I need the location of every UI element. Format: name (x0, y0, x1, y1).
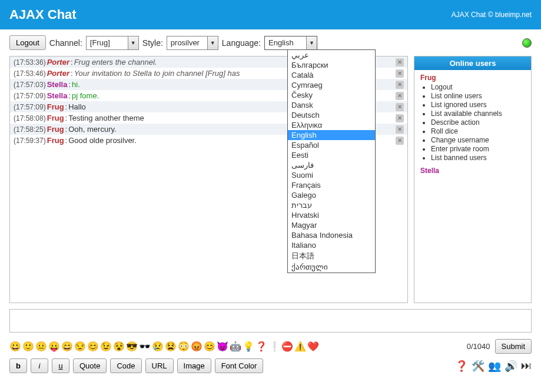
emoji-icon[interactable]: 😫 (165, 341, 177, 352)
language-option[interactable]: Suomi (288, 170, 375, 180)
language-option[interactable]: Hrvatski (288, 210, 375, 220)
delete-icon[interactable]: ✕ (396, 92, 404, 100)
logout-button[interactable]: Logout (9, 35, 46, 50)
language-option[interactable]: 日本語 (288, 250, 375, 262)
user-menu-item[interactable]: Logout (431, 83, 525, 91)
image-button[interactable]: Image (177, 358, 211, 373)
language-option[interactable]: Ελληνικα (288, 120, 375, 130)
fontcolor-button[interactable]: Font Color (215, 358, 264, 373)
language-option[interactable]: Česky (288, 90, 375, 100)
delete-icon[interactable]: ✕ (396, 58, 404, 67)
language-dropdown[interactable]: عربيБългарскиCatalàCymraegČeskyDanskDeut… (287, 49, 376, 273)
submit-button[interactable]: Submit (495, 339, 532, 354)
user-menu-item[interactable]: List available channels (431, 109, 525, 118)
code-button[interactable]: Code (110, 358, 141, 373)
msg-user[interactable]: Stella (47, 91, 68, 100)
emoji-icon[interactable]: 😵 (113, 341, 125, 352)
delete-icon[interactable]: ✕ (396, 114, 404, 122)
channel-select[interactable]: [Frug] ▼ (86, 36, 139, 50)
language-option[interactable]: ქართული (288, 262, 375, 272)
channel-value: [Frug] (87, 37, 128, 48)
msg-time: (17:53:46) (14, 69, 46, 78)
help-icon[interactable]: ❓ (455, 360, 468, 373)
msg-user[interactable]: Porter (47, 69, 69, 78)
delete-icon[interactable]: ✕ (396, 69, 404, 78)
delete-icon[interactable]: ✕ (396, 125, 404, 134)
delete-icon[interactable]: ✕ (396, 81, 404, 89)
user-menu-item[interactable]: List banned users (431, 154, 525, 162)
emoji-icon[interactable]: 😈 (217, 341, 228, 352)
msg-text: Hallo (68, 102, 86, 111)
online-user[interactable]: Stella (420, 167, 525, 175)
emoji-icon[interactable]: ❕ (268, 341, 280, 352)
user-menu-item[interactable]: List ignored users (431, 101, 525, 109)
user-menu-item[interactable]: Roll dice (431, 127, 525, 135)
language-option[interactable]: Cymraeg (288, 80, 375, 90)
language-option[interactable]: English (288, 130, 375, 140)
user-menu-item[interactable]: Enter private room (431, 145, 525, 153)
emoji-icon[interactable]: 😡 (191, 341, 203, 352)
emoji-icon[interactable]: 😉 (100, 341, 112, 352)
underline-button[interactable]: u (52, 358, 69, 373)
style-select[interactable]: prosilver ▼ (167, 36, 218, 50)
language-option[interactable]: Deutsch (288, 110, 375, 120)
language-option[interactable]: Magyar (288, 220, 375, 230)
language-option[interactable]: Bahasa Indonesia (288, 230, 375, 240)
emoji-icon[interactable]: 😊 (204, 341, 215, 352)
sound-icon[interactable]: 🔊 (505, 360, 517, 373)
emoji-icon[interactable]: 😐 (35, 341, 47, 352)
emoji-icon[interactable]: ❓ (255, 341, 267, 352)
language-option[interactable]: 한글 (288, 272, 375, 273)
emoji-icon[interactable]: ⚠️ (294, 341, 306, 352)
emoji-icon[interactable]: 🙂 (22, 341, 34, 352)
language-option[interactable]: فارسی (288, 160, 375, 170)
msg-user[interactable]: Stella (47, 80, 68, 89)
user-menu-item[interactable]: Describe action (431, 118, 525, 127)
language-option[interactable]: عربي (288, 50, 375, 60)
url-button[interactable]: URL (145, 358, 174, 373)
emoji-icon[interactable]: 😊 (87, 341, 99, 352)
online-user[interactable]: Frug (420, 74, 525, 82)
msg-user[interactable]: Porter (47, 58, 69, 67)
emoji-icon[interactable]: 😀 (9, 341, 21, 352)
user-menu-item[interactable]: List online users (431, 92, 525, 100)
user-menu-item[interactable]: Change username (431, 136, 525, 144)
delete-icon[interactable]: ✕ (396, 137, 404, 145)
emoji-icon[interactable]: ❤️ (307, 341, 319, 352)
message-input[interactable] (9, 309, 532, 333)
emoji-icon[interactable]: ⛔ (281, 341, 293, 352)
emoji-icon[interactable]: 💡 (243, 341, 254, 352)
emoji-icon[interactable]: 😛 (48, 341, 60, 352)
language-option[interactable]: Català (288, 70, 375, 80)
emoji-icon[interactable]: 😳 (178, 341, 190, 352)
emoji-icon[interactable]: 🤖 (230, 341, 241, 352)
bold-button[interactable]: b (9, 358, 27, 373)
language-option[interactable]: עברית (288, 200, 375, 210)
emoji-icon[interactable]: 😄 (61, 341, 73, 352)
language-option[interactable]: Dansk (288, 100, 375, 110)
language-select[interactable]: English ▼ (264, 36, 317, 50)
language-option[interactable]: Galego (288, 190, 375, 200)
quote-button[interactable]: Quote (73, 358, 107, 373)
emoji-icon[interactable]: 😎 (126, 341, 138, 352)
sidebar: Online users FrugLogoutList online users… (414, 56, 532, 303)
users-icon[interactable]: 👥 (488, 360, 501, 373)
msg-user[interactable]: Frug (47, 125, 64, 134)
delete-icon[interactable]: ✕ (396, 103, 404, 111)
italic-button[interactable]: i (31, 358, 48, 373)
msg-user[interactable]: Frug (47, 136, 64, 145)
emoji-icon[interactable]: 😒 (74, 341, 86, 352)
language-option[interactable]: Eesti (288, 150, 375, 160)
language-option[interactable]: Български (288, 60, 375, 70)
settings-icon[interactable]: 🛠️ (472, 360, 484, 373)
msg-user[interactable]: Frug (47, 114, 64, 122)
emoji-icon[interactable]: 😢 (152, 341, 164, 352)
emoji-icon[interactable]: 🕶️ (139, 341, 151, 352)
language-option[interactable]: Français (288, 180, 375, 190)
language-option[interactable]: Italiano (288, 240, 375, 250)
language-option[interactable]: Español (288, 140, 375, 150)
msg-sep: : (65, 114, 68, 122)
app-credit[interactable]: AJAX Chat © blueimp.net (452, 11, 532, 19)
autoscroll-icon[interactable]: ⏭ (521, 360, 532, 372)
msg-user[interactable]: Frug (47, 102, 64, 111)
